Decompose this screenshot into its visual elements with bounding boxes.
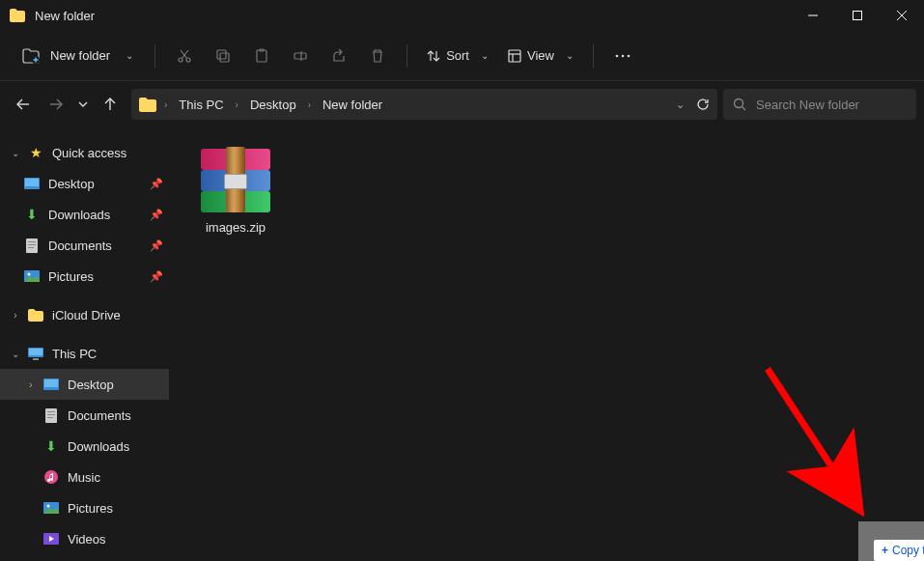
- sidebar-item-this-pc[interactable]: ⌄ This PC: [0, 338, 169, 369]
- svg-point-37: [28, 273, 31, 276]
- new-folder-button[interactable]: New folder ⌄: [12, 42, 143, 70]
- file-item-images-zip[interactable]: images.zip: [182, 141, 289, 240]
- desktop-icon: [23, 178, 41, 189]
- view-button[interactable]: View ⌄: [500, 42, 581, 69]
- downloads-icon: ⬇: [42, 438, 60, 454]
- svg-point-24: [628, 54, 630, 57]
- svg-rect-31: [25, 179, 39, 186]
- svg-line-9: [182, 50, 189, 59]
- svg-line-29: [742, 107, 746, 111]
- svg-point-8: [186, 58, 190, 62]
- minimize-button[interactable]: [791, 0, 835, 31]
- chevron-down-icon: ⌄: [481, 50, 489, 61]
- svg-rect-43: [45, 408, 57, 423]
- pin-icon: 📌: [150, 270, 169, 283]
- svg-rect-1: [854, 12, 862, 20]
- chevron-down-icon: ⌄: [8, 349, 23, 359]
- view-icon: [508, 49, 521, 63]
- sidebar-item-pc-pictures[interactable]: › Pictures: [0, 492, 169, 523]
- svg-rect-15: [294, 53, 306, 59]
- more-button[interactable]: [605, 39, 640, 73]
- breadcrumb-desktop[interactable]: Desktop: [246, 96, 300, 114]
- svg-point-7: [179, 58, 182, 62]
- svg-rect-39: [29, 349, 42, 355]
- up-button[interactable]: [95, 89, 126, 120]
- rename-button[interactable]: [283, 39, 318, 73]
- sidebar-item-pc-music[interactable]: › Music: [0, 462, 169, 492]
- searchbox[interactable]: [723, 89, 916, 120]
- search-input[interactable]: [756, 98, 907, 112]
- forward-button[interactable]: [41, 89, 71, 120]
- svg-point-23: [622, 54, 625, 57]
- sort-button[interactable]: Sort ⌄: [419, 42, 496, 69]
- sidebar-item-pc-documents[interactable]: › Documents: [0, 400, 169, 431]
- separator: [154, 44, 155, 68]
- titlebar: New folder: [0, 0, 924, 31]
- annotation-arrow: [748, 359, 883, 533]
- sidebar-item-pc-desktop[interactable]: › Desktop: [0, 369, 169, 400]
- svg-rect-45: [47, 414, 55, 415]
- chevron-down-icon: ⌄: [126, 50, 133, 61]
- view-label: View: [527, 48, 554, 63]
- maximize-button[interactable]: [835, 0, 880, 31]
- addressbar[interactable]: › This PC › Desktop › New folder ⌄: [131, 89, 717, 120]
- svg-rect-11: [217, 50, 226, 59]
- share-button[interactable]: [322, 39, 356, 73]
- svg-point-22: [616, 54, 619, 57]
- desktop-icon: [42, 379, 60, 390]
- sidebar-item-downloads[interactable]: ⬇ Downloads 📌: [0, 199, 169, 230]
- sidebar-item-desktop[interactable]: Desktop 📌: [0, 168, 169, 199]
- back-button[interactable]: [8, 89, 39, 120]
- sidebar-item-pc-downloads[interactable]: › ⬇ Downloads: [0, 431, 169, 462]
- chevron-right-icon: ›: [8, 310, 23, 321]
- svg-rect-35: [28, 247, 34, 248]
- documents-icon: [23, 238, 41, 253]
- recent-locations-button[interactable]: [73, 89, 93, 120]
- svg-rect-13: [257, 50, 266, 62]
- toolbar: New folder ⌄ Sort ⌄ View ⌄: [0, 31, 924, 81]
- new-folder-icon: [21, 47, 41, 65]
- close-button[interactable]: [880, 0, 924, 31]
- new-folder-label: New folder: [50, 48, 110, 63]
- separator: [406, 44, 407, 68]
- svg-rect-40: [33, 358, 39, 360]
- sort-icon: [427, 49, 440, 63]
- chevron-down-icon: ⌄: [566, 50, 574, 61]
- sidebar-item-pc-videos[interactable]: › Videos: [0, 523, 169, 554]
- refresh-button[interactable]: [696, 98, 710, 111]
- sidebar-item-pictures[interactable]: Pictures 📌: [0, 261, 169, 292]
- chevron-right-icon: ›: [23, 379, 39, 390]
- title-folder-icon: [10, 9, 25, 22]
- folder-icon: [27, 309, 44, 322]
- sidebar-item-documents[interactable]: Documents 📌: [0, 230, 169, 261]
- paste-button[interactable]: [244, 39, 279, 73]
- pictures-icon: [23, 270, 41, 282]
- cut-button[interactable]: [167, 39, 202, 73]
- breadcrumb-this-pc[interactable]: This PC: [175, 96, 227, 114]
- svg-rect-34: [28, 244, 36, 245]
- pictures-icon: [42, 502, 60, 514]
- window-title: New folder: [35, 9, 95, 23]
- sidebar: ⌄ ★ Quick access Desktop 📌 ⬇ Downloads 📌…: [0, 127, 169, 561]
- svg-rect-46: [47, 417, 53, 418]
- content-area[interactable]: images.zip + Copy to New folder: [169, 127, 924, 561]
- folder-icon: [139, 98, 156, 112]
- chevron-right-icon: ›: [162, 99, 169, 110]
- star-icon: ★: [27, 145, 44, 160]
- sidebar-item-icloud-drive[interactable]: › iCloud Drive: [0, 299, 169, 330]
- pc-icon: [27, 348, 44, 360]
- chevron-down-icon[interactable]: ⌄: [676, 98, 685, 111]
- plus-icon: +: [882, 544, 888, 557]
- sidebar-item-quick-access[interactable]: ⌄ ★ Quick access: [0, 137, 169, 168]
- copy-button[interactable]: [206, 39, 240, 73]
- svg-rect-44: [47, 411, 55, 412]
- breadcrumb-new-folder[interactable]: New folder: [319, 96, 386, 114]
- delete-button[interactable]: [360, 39, 395, 73]
- search-icon: [733, 98, 746, 111]
- videos-icon: [42, 533, 60, 545]
- svg-rect-12: [220, 53, 229, 62]
- svg-line-10: [181, 50, 187, 59]
- pin-icon: 📌: [150, 178, 169, 190]
- drag-tooltip: + Copy to New folder: [874, 540, 924, 561]
- chevron-right-icon: ›: [306, 99, 313, 110]
